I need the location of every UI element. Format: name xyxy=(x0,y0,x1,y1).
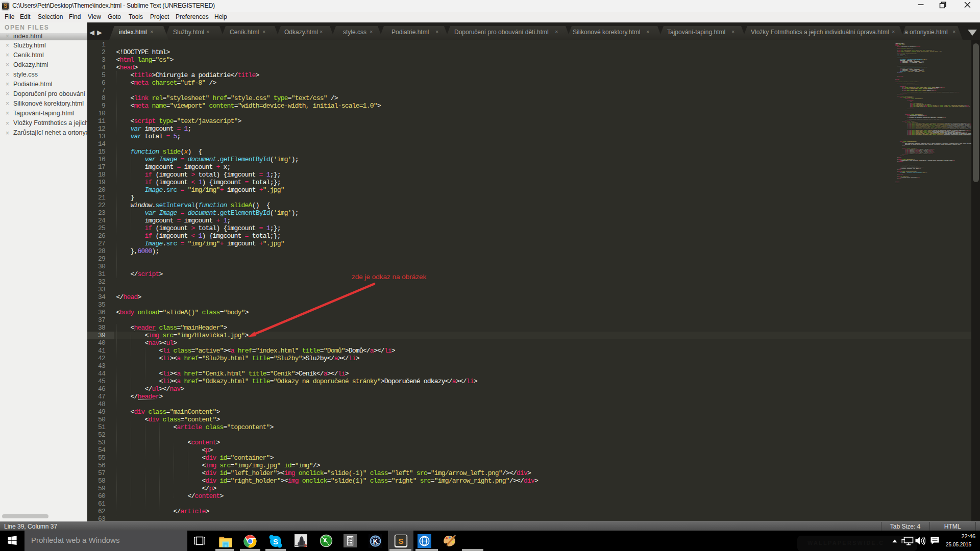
svg-text:K: K xyxy=(373,537,378,545)
svg-text:S: S xyxy=(398,537,403,545)
svg-text:S: S xyxy=(273,537,278,546)
